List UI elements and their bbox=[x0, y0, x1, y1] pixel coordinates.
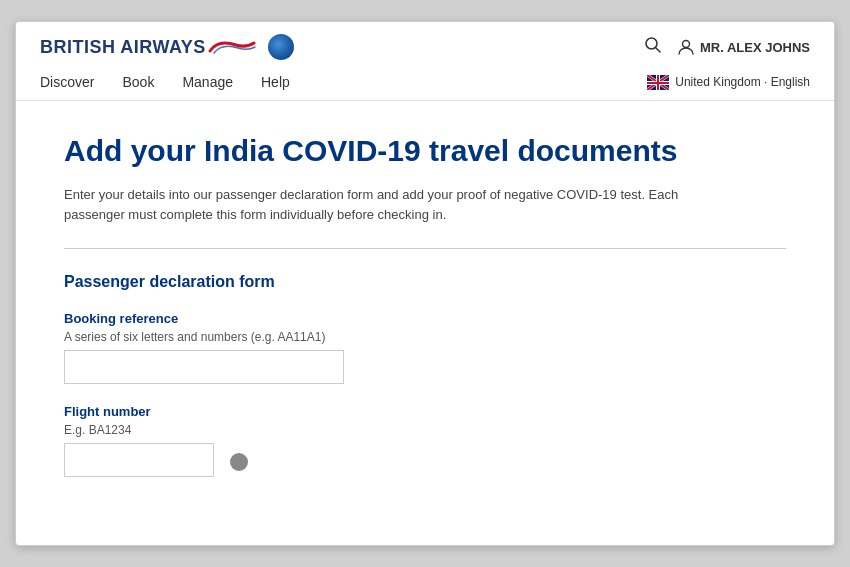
main-content: Add your India COVID-19 travel documents… bbox=[16, 101, 834, 545]
page-description: Enter your details into our passenger de… bbox=[64, 185, 684, 224]
search-icon bbox=[644, 36, 662, 54]
ba-swoosh-icon bbox=[208, 37, 256, 57]
svg-point-2 bbox=[682, 41, 689, 48]
uk-flag-icon bbox=[647, 75, 669, 90]
user-name-label: MR. ALEX JOHNS bbox=[700, 40, 810, 55]
flight-number-input[interactable] bbox=[64, 443, 214, 477]
flight-number-hint: E.g. BA1234 bbox=[64, 423, 786, 437]
locale-label: United Kingdom · English bbox=[675, 75, 810, 89]
ba-logo-text: BRITISH AIRWAYS bbox=[40, 37, 206, 58]
flight-number-group: Flight number E.g. BA1234 bbox=[64, 404, 786, 477]
page-title: Add your India COVID-19 travel documents bbox=[64, 133, 786, 169]
nav-discover[interactable]: Discover bbox=[40, 68, 94, 96]
browser-frame: BRITISH AIRWAYS bbox=[15, 21, 835, 546]
search-button[interactable] bbox=[644, 36, 662, 58]
svg-rect-11 bbox=[647, 82, 669, 84]
user-icon bbox=[678, 39, 694, 55]
section-divider bbox=[64, 248, 786, 249]
flight-number-row bbox=[64, 443, 786, 477]
section-title: Passenger declaration form bbox=[64, 273, 786, 291]
nav-book[interactable]: Book bbox=[122, 68, 154, 96]
booking-reference-input[interactable] bbox=[64, 350, 344, 384]
locale-selector[interactable]: United Kingdom · English bbox=[647, 75, 810, 90]
booking-reference-hint: A series of six letters and numbers (e.g… bbox=[64, 330, 786, 344]
logo-area: BRITISH AIRWAYS bbox=[40, 34, 294, 60]
flight-number-label: Flight number bbox=[64, 404, 786, 419]
nav-help[interactable]: Help bbox=[261, 68, 290, 96]
header: BRITISH AIRWAYS bbox=[16, 22, 834, 101]
booking-reference-group: Booking reference A series of six letter… bbox=[64, 311, 786, 384]
loading-spinner bbox=[230, 453, 248, 471]
booking-reference-label: Booking reference bbox=[64, 311, 786, 326]
nav-manage[interactable]: Manage bbox=[182, 68, 233, 96]
nav-links: Discover Book Manage Help bbox=[40, 68, 290, 96]
svg-line-1 bbox=[655, 48, 660, 53]
user-profile-button[interactable]: MR. ALEX JOHNS bbox=[678, 39, 810, 55]
header-top: BRITISH AIRWAYS bbox=[40, 22, 810, 68]
globe-icon bbox=[268, 34, 294, 60]
nav-bar: Discover Book Manage Help bbox=[40, 68, 810, 100]
header-right: MR. ALEX JOHNS bbox=[644, 36, 810, 58]
